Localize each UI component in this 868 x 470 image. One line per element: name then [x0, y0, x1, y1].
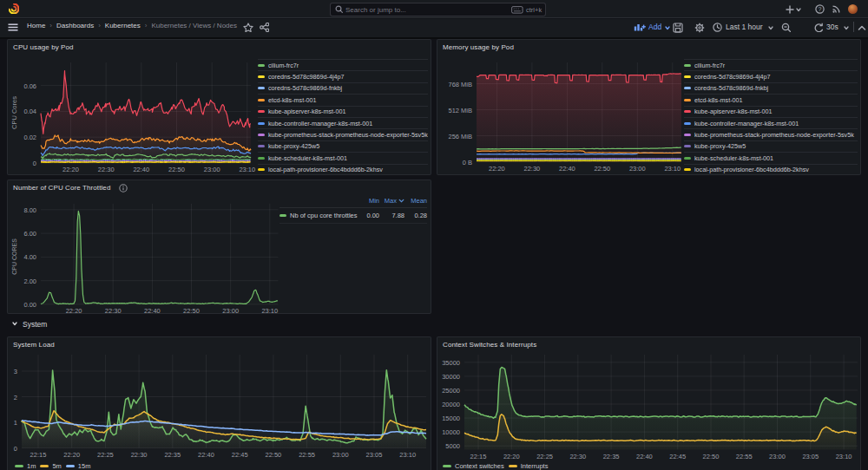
svg-text:22:30: 22:30 — [98, 166, 115, 173]
svg-text:22:40: 22:40 — [636, 453, 653, 460]
svg-text:22:45: 22:45 — [669, 453, 686, 460]
svg-text:22:25: 22:25 — [97, 451, 114, 459]
svg-text:22:35: 22:35 — [164, 451, 181, 459]
svg-text:22:45: 22:45 — [232, 451, 248, 459]
svg-text:768 MiB: 768 MiB — [448, 81, 472, 88]
svg-text:22:55: 22:55 — [299, 451, 315, 459]
svg-text:3: 3 — [14, 368, 17, 375]
svg-text:2.00: 2.00 — [23, 277, 36, 285]
svg-text:30000: 30000 — [442, 373, 460, 381]
svg-text:23:10: 23:10 — [261, 307, 278, 313]
svg-text:22:20: 22:20 — [503, 453, 520, 460]
svg-text:0.06: 0.06 — [23, 82, 36, 90]
svg-text:0.00: 0.00 — [23, 301, 36, 309]
svg-text:23:00: 23:00 — [332, 451, 349, 459]
svg-text:22:25: 22:25 — [536, 453, 553, 460]
svg-text:4.00: 4.00 — [23, 253, 36, 261]
svg-text:22:30: 22:30 — [524, 165, 541, 173]
svg-text:6.00: 6.00 — [23, 230, 36, 238]
svg-text:0: 0 — [14, 445, 17, 453]
svg-text:22:15: 22:15 — [30, 451, 47, 459]
svg-text:CPU Cores: CPU Cores — [10, 96, 18, 129]
svg-text:CPU CORES: CPU CORES — [11, 238, 17, 275]
svg-text:25000: 25000 — [442, 387, 460, 395]
svg-text:0.02: 0.02 — [23, 134, 36, 141]
svg-text:22:50: 22:50 — [266, 451, 282, 459]
svg-text:23:00: 23:00 — [769, 453, 786, 460]
svg-text:22:20: 22:20 — [66, 307, 82, 313]
svg-text:22:50: 22:50 — [594, 165, 610, 173]
svg-text:8.00: 8.00 — [23, 206, 36, 214]
svg-text:23:10: 23:10 — [399, 451, 416, 459]
svg-text:?: ? — [819, 6, 822, 12]
svg-text:23:05: 23:05 — [802, 453, 819, 460]
svg-text:23:00: 23:00 — [204, 166, 220, 173]
svg-text:22:55: 22:55 — [736, 453, 753, 460]
svg-text:22:50: 22:50 — [168, 166, 185, 173]
svg-text:22:30: 22:30 — [569, 453, 586, 460]
svg-text:0.04: 0.04 — [23, 108, 36, 115]
svg-text:22:40: 22:40 — [133, 166, 149, 173]
svg-text:2: 2 — [14, 394, 17, 401]
svg-text:22:20: 22:20 — [63, 451, 80, 459]
svg-text:22:30: 22:30 — [105, 307, 122, 313]
svg-text:22:40: 22:40 — [559, 165, 575, 173]
svg-text:35000: 35000 — [442, 359, 460, 367]
svg-text:22:50: 22:50 — [703, 453, 720, 460]
svg-text:15000: 15000 — [442, 415, 460, 422]
svg-text:10000: 10000 — [442, 428, 460, 436]
svg-text:23:10: 23:10 — [836, 453, 852, 460]
svg-text:23:10: 23:10 — [239, 166, 255, 173]
svg-text:5000: 5000 — [445, 442, 460, 450]
svg-text:0: 0 — [33, 160, 36, 167]
svg-text:1: 1 — [14, 419, 17, 427]
svg-text:23:00: 23:00 — [222, 307, 239, 313]
svg-text:22:40: 22:40 — [198, 451, 214, 459]
svg-text:0 B: 0 B — [463, 159, 472, 166]
svg-text:22:35: 22:35 — [603, 453, 620, 460]
svg-text:22:40: 22:40 — [144, 307, 161, 313]
svg-text:22:50: 22:50 — [183, 307, 200, 313]
svg-text:22:15: 22:15 — [470, 453, 487, 460]
svg-text:22:30: 22:30 — [131, 451, 148, 459]
svg-text:512 MiB: 512 MiB — [448, 107, 472, 114]
svg-text:256 MiB: 256 MiB — [448, 133, 472, 140]
svg-text:20000: 20000 — [442, 401, 460, 408]
svg-text:22:20: 22:20 — [62, 166, 79, 173]
svg-text:22:20: 22:20 — [489, 165, 505, 173]
svg-text:23:00: 23:00 — [629, 165, 646, 173]
svg-text:23:10: 23:10 — [664, 165, 681, 173]
svg-text:23:05: 23:05 — [366, 451, 383, 459]
